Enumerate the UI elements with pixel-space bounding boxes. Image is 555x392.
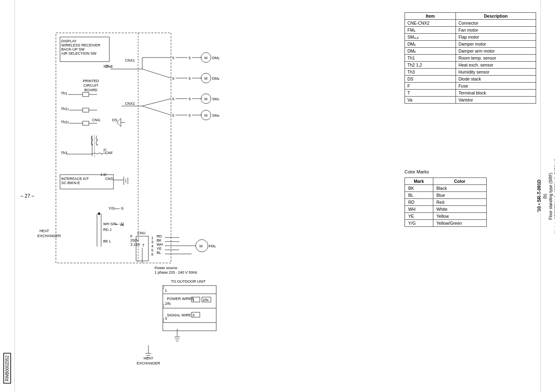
desc-cell: Varistor: [456, 97, 536, 104]
table-row: VaVaristor: [405, 97, 536, 104]
svg-text:WH: WH: [157, 242, 163, 247]
svg-text:2/: 2/: [103, 148, 106, 152]
svg-text:CIRCUIT: CIRCUIT: [83, 83, 99, 88]
svg-text:PRINTED: PRINTED: [83, 79, 99, 83]
desc-cell: Connector: [456, 20, 536, 27]
color-marks-title: Color Marks: [405, 169, 536, 174]
svg-text:5: 5: [151, 248, 153, 252]
item-cell: DM₁: [405, 41, 456, 48]
svg-text:AIR SELECTION SW: AIR SELECTION SW: [61, 51, 97, 55]
svg-text:CNS: CNS: [105, 177, 113, 181]
item-cell: FM₁: [405, 27, 456, 34]
svg-text:SM₁: SM₁: [212, 97, 220, 101]
color-marks-table: Mark Color BKBlackBLBlueRDRedWHWhiteYEYe…: [405, 178, 487, 227]
color-cell: White: [433, 206, 487, 213]
color-row: BLBlue: [405, 192, 487, 199]
svg-text:5: 5: [189, 76, 191, 81]
svg-text:2/N: 2/N: [203, 298, 208, 302]
item-cell: Va: [405, 97, 456, 104]
item-cell: T: [405, 90, 456, 97]
desc-cell: Fuse: [456, 83, 536, 90]
desc-cell: Damper arm motor: [456, 48, 536, 55]
svg-text:DS: DS: [112, 118, 118, 122]
svg-text:BK  L: BK L: [103, 239, 111, 243]
svg-text:INTERFACE KIT: INTERFACE KIT: [61, 177, 89, 181]
svg-text:5: 5: [172, 97, 174, 101]
desc-cell: Terminal block: [456, 90, 536, 97]
svg-text:Power source: Power source: [155, 266, 177, 270]
svg-text:Th2₂: Th2₂: [61, 120, 69, 124]
mark-cell: BL: [405, 192, 433, 199]
svg-text:HEAT: HEAT: [143, 356, 153, 360]
svg-rect-61: [83, 108, 89, 112]
item-cell: Th3: [405, 69, 456, 76]
svg-rect-0: [56, 33, 171, 263]
circuit-area: text { font-family: Arial, sans-serif; f…: [15, 8, 270, 384]
table-row: Th3Humidity sensor: [405, 69, 536, 76]
item-cell: Th2 1,2: [405, 62, 456, 69]
svg-text:HEAT: HEAT: [39, 229, 49, 233]
desc-cell: Heat exch. sensor: [456, 62, 536, 69]
svg-text:WH S/N: WH S/N: [103, 222, 117, 226]
desc-cell: Damper motor: [456, 41, 536, 48]
color-cell: Blue: [433, 192, 487, 199]
svg-text:T: T: [142, 243, 145, 247]
svg-text:Th3: Th3: [61, 151, 67, 155]
svg-text:BACK-UP SW: BACK-UP SW: [61, 47, 85, 51]
mark-col-header: Mark: [405, 178, 433, 185]
item-description-table: Item Description CNE-CNX2ConnectorFM₁Fan…: [405, 12, 536, 104]
desc-cell: Fan motor: [456, 27, 536, 34]
svg-text:2/N: 2/N: [165, 302, 171, 306]
table-row: DM₁Damper motor: [405, 41, 536, 48]
desc-col-header: Description: [456, 13, 536, 20]
svg-text:CNX1: CNX1: [125, 58, 135, 62]
right-side-panel: '10 • SR-T-091D (b) Floor standing type …: [540, 0, 555, 392]
svg-text:SIGNAL WIRE: SIGNAL WIRE: [167, 313, 191, 317]
svg-text:RD: RD: [157, 234, 162, 238]
svg-text:BOARD: BOARD: [84, 88, 98, 92]
item-cell: Th1: [405, 55, 456, 62]
svg-text:3: 3: [192, 313, 194, 317]
svg-text:M: M: [199, 244, 203, 248]
right-panel: Item Description CNE-CNX2ConnectorFM₁Fan…: [405, 12, 536, 227]
svg-text:Th2₁: Th2₁: [61, 107, 69, 111]
svg-text:1: 1: [165, 288, 167, 293]
svg-text:RD  J: RD J: [103, 228, 111, 232]
svg-text:3.15A: 3.15A: [130, 242, 140, 247]
svg-point-152: [98, 212, 100, 215]
svg-text:250V: 250V: [130, 238, 139, 242]
svg-text:4: 4: [151, 244, 153, 248]
svg-text:5: 5: [172, 76, 174, 81]
desc-cell: Room temp. sensor: [456, 55, 536, 62]
svg-text:5: 5: [172, 56, 174, 60]
svg-text:CNG: CNG: [92, 118, 100, 122]
left-side-panel: RWB000Z052: [0, 0, 15, 392]
svg-text:CNF: CNF: [105, 151, 113, 155]
table-row: DSDiode stack: [405, 76, 536, 83]
mark-cell: Y/G: [405, 220, 433, 227]
svg-text:1.5/: 1.5/: [100, 173, 107, 177]
item-cell: F: [405, 83, 456, 90]
mark-cell: YE: [405, 213, 433, 220]
svg-text:M: M: [204, 97, 208, 101]
svg-text:M: M: [204, 56, 208, 60]
svg-text:YE: YE: [157, 247, 162, 251]
table-row: CNE-CNX2Connector: [405, 20, 536, 27]
svg-text:10/: 10/: [103, 64, 109, 68]
desc-cell: Humidity sensor: [456, 69, 536, 76]
svg-text:1 phase 220 · 240 V  50Hz: 1 phase 220 · 240 V 50Hz: [155, 270, 198, 274]
svg-text:5: 5: [189, 56, 191, 60]
svg-text:CNX2: CNX2: [125, 101, 135, 106]
table-row: FM₁Fan motor: [405, 27, 536, 34]
table-row: DM₂Damper arm motor: [405, 48, 536, 55]
svg-line-23: [142, 69, 171, 78]
svg-text:M: M: [204, 76, 208, 81]
svg-rect-57: [83, 92, 89, 97]
svg-text:EXCHANGER: EXCHANGER: [37, 234, 61, 238]
svg-text:WIRELESS RECEIVER: WIRELESS RECEIVER: [61, 43, 101, 47]
item-cell: DS: [405, 76, 456, 83]
svg-text:DISPLAY: DISPLAY: [61, 39, 76, 43]
svg-text:DM₁: DM₁: [212, 56, 220, 60]
svg-text:FM₁: FM₁: [209, 244, 216, 248]
svg-text:6: 6: [151, 252, 153, 256]
